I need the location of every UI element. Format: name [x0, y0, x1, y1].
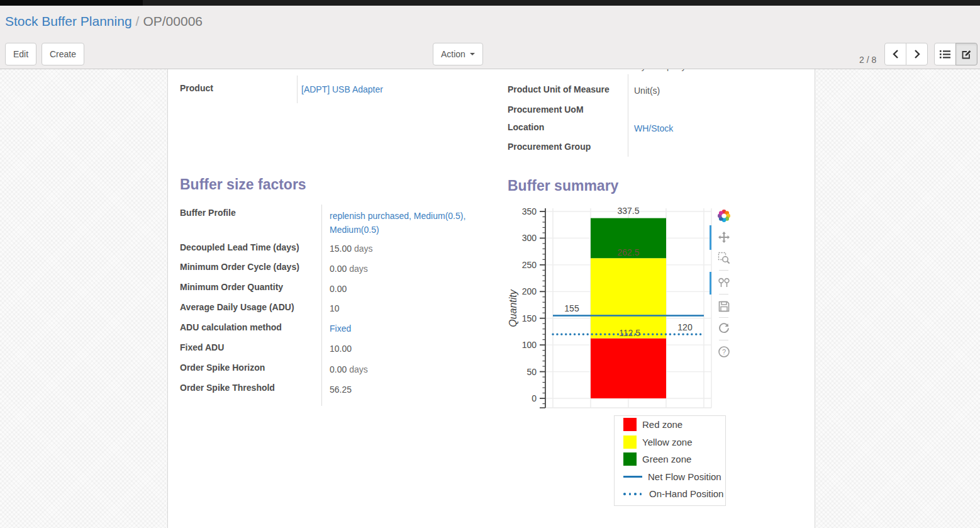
legend-item-yellow-zone[interactable]: Yellow zone — [615, 434, 725, 451]
field-value-buffer-profile[interactable]: replenish purchased, Medium(0.5), Medium… — [330, 209, 488, 237]
chevron-left-icon — [891, 49, 900, 59]
field-label-fixed-adu: Fixed ADU — [180, 342, 224, 352]
modebar-separator — [719, 294, 728, 295]
legend-label: Green zone — [642, 454, 691, 464]
field-value-product-uom: Unit(s) — [634, 86, 660, 96]
navbar-left-segment — [0, 0, 143, 6]
field-value-min-order-quantity: 0.00 — [330, 284, 347, 294]
field-label-min-order-cycle: Minimum Order Cycle (days) — [180, 262, 299, 272]
field-value-min-order-cycle: 0.00days — [330, 264, 368, 274]
form-sheet: My Company Product [ADPT] USB Adapter Pr… — [167, 69, 815, 528]
edit-button[interactable]: Edit — [5, 43, 36, 65]
field-value-fixed-adu: 10.00 — [330, 344, 352, 354]
legend-label: Red zone — [642, 419, 682, 430]
field-value-adu: 10 — [330, 303, 340, 313]
pager-count: 2 / 8 — [859, 48, 876, 71]
top-navbar — [0, 0, 980, 6]
breadcrumb-separator: / — [132, 14, 143, 28]
modebar-separator — [719, 317, 728, 318]
svg-text:112.5: 112.5 — [619, 328, 640, 338]
buffer-summary-chart: 155120337.5262.5112.50501001502002503003… — [508, 203, 734, 413]
box-zoom-icon[interactable] — [716, 250, 732, 266]
caret-down-icon — [470, 53, 475, 55]
control-panel: Stock Buffer Planning/OP/00006 Edit Crea… — [0, 6, 980, 69]
svg-text:Quantity: Quantity — [508, 289, 518, 327]
svg-text:300: 300 — [522, 233, 537, 243]
save-icon[interactable] — [716, 299, 732, 314]
list-view-button[interactable] — [934, 43, 956, 65]
legend-swatch — [623, 418, 637, 431]
field-label-procurement-uom: Procurement UoM — [508, 104, 584, 115]
legend-item-red-zone[interactable]: Red zone — [615, 416, 725, 434]
field-label-order-spike-threshold: Order Spike Threshold — [180, 383, 275, 393]
field-value-order-spike-threshold: 56.25 — [330, 385, 352, 395]
modebar-separator — [719, 270, 728, 271]
svg-text:?: ? — [722, 348, 726, 356]
legend-swatch — [623, 435, 637, 449]
chart-legend: Red zoneYellow zoneGreen zoneNet Flow Po… — [614, 415, 726, 506]
help-icon[interactable]: ? — [716, 344, 732, 359]
stock-buffer-planning-page: Stock Buffer Planning/OP/00006 Edit Crea… — [0, 0, 980, 528]
field-label-decoupled-lead-time: Decoupled Lead Time (days) — [180, 242, 299, 252]
field-label-procurement-group: Procurement Group — [508, 142, 591, 152]
action-dropdown-button[interactable]: Action — [433, 43, 483, 65]
group-separator — [321, 205, 322, 406]
field-label-min-order-quantity: Minimum Order Quantity — [180, 282, 283, 292]
field-value-order-spike-horizon: 0.00days — [330, 364, 368, 374]
content-background: My Company Product [ADPT] USB Adapter Pr… — [0, 69, 980, 528]
svg-text:262.5: 262.5 — [617, 247, 639, 257]
field-label-order-spike-horizon: Order Spike Horizon — [180, 362, 265, 373]
svg-text:50: 50 — [526, 367, 537, 377]
svg-text:120: 120 — [677, 322, 693, 332]
svg-text:200: 200 — [522, 286, 537, 296]
field-label-buffer-profile: Buffer Profile — [180, 208, 236, 218]
svg-text:100: 100 — [522, 340, 537, 350]
form-view-button[interactable] — [955, 43, 977, 65]
legend-label: Yellow zone — [642, 437, 693, 447]
svg-text:337.5: 337.5 — [617, 206, 639, 216]
legend-swatch — [623, 452, 637, 466]
svg-text:155: 155 — [564, 303, 579, 313]
field-value-location[interactable]: WH/Stock — [634, 123, 673, 133]
create-button[interactable]: Create — [42, 43, 84, 65]
modebar-separator — [719, 340, 728, 340]
legend-item-net-flow-position[interactable]: Net Flow Position — [615, 468, 725, 486]
breadcrumb-parent-link[interactable]: Stock Buffer Planning — [5, 14, 132, 28]
field-label-product-uom: Product Unit of Measure — [508, 84, 610, 94]
field-value-product[interactable]: [ADPT] USB Adapter — [301, 84, 383, 94]
svg-text:0: 0 — [532, 393, 537, 403]
legend-item-on-hand-position[interactable]: On-Hand Position — [615, 485, 725, 503]
legend-swatch — [623, 476, 642, 478]
autoscale-icon[interactable] — [716, 320, 732, 335]
svg-text:250: 250 — [522, 260, 537, 270]
chevron-right-icon — [913, 49, 922, 59]
field-label-adu: Average Daily Usage (ADU) — [180, 302, 294, 312]
edit-form-icon — [961, 49, 972, 60]
breadcrumb-current: OP/00006 — [143, 14, 203, 28]
breadcrumb: Stock Buffer Planning/OP/00006 — [5, 14, 203, 29]
list-icon — [940, 50, 950, 59]
svg-text:350: 350 — [522, 206, 537, 216]
field-label-product: Product — [180, 83, 213, 93]
modebar-active-indicator — [710, 225, 711, 250]
field-value-adu-method[interactable]: Fixed — [330, 323, 351, 334]
pager-next-button[interactable] — [906, 43, 928, 65]
modebar-active-indicator — [710, 272, 711, 295]
buffer-size-factors-heading: Buffer size factors — [180, 176, 306, 193]
compare-hover-icon[interactable] — [716, 275, 732, 290]
legend-label: On-Hand Position — [649, 488, 723, 499]
chart-modebar: ? — [709, 208, 737, 366]
pan-icon[interactable] — [716, 230, 732, 245]
svg-text:150: 150 — [522, 313, 537, 323]
field-label-location: Location — [508, 122, 544, 132]
pager-previous-button[interactable] — [884, 43, 906, 65]
field-label-adu-method: ADU calculation method — [180, 322, 282, 332]
group-separator — [628, 74, 628, 157]
plotly-logo-icon[interactable] — [716, 208, 732, 223]
group-separator — [297, 76, 298, 103]
field-value-decoupled-lead-time: 15.00days — [330, 244, 373, 254]
legend-item-green-zone[interactable]: Green zone — [615, 451, 725, 468]
legend-swatch — [623, 493, 643, 495]
buffer-summary-heading: Buffer summary — [508, 177, 618, 194]
clipped-company-value: My Company — [634, 69, 735, 72]
